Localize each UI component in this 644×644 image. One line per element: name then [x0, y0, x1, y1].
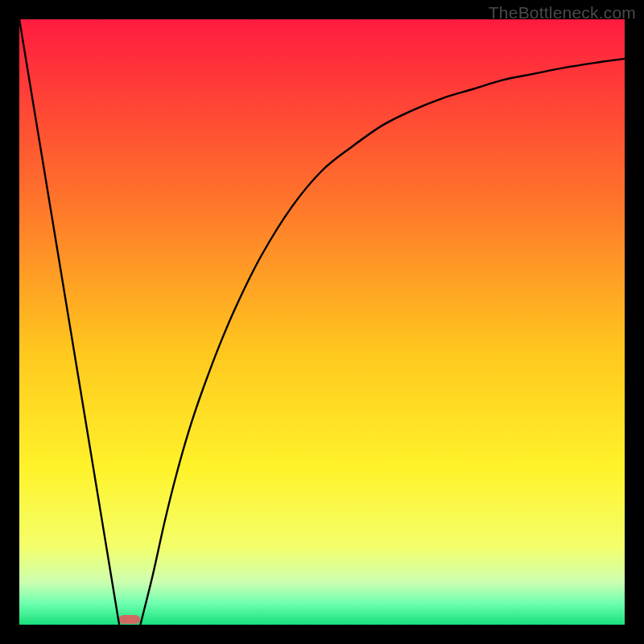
- plot-area: [19, 19, 625, 625]
- gradient-background: [19, 19, 625, 625]
- chart-frame: TheBottleneck.com: [0, 0, 644, 644]
- watermark-text: TheBottleneck.com: [489, 3, 636, 23]
- chart-svg: [19, 19, 625, 625]
- target-marker: [119, 615, 140, 624]
